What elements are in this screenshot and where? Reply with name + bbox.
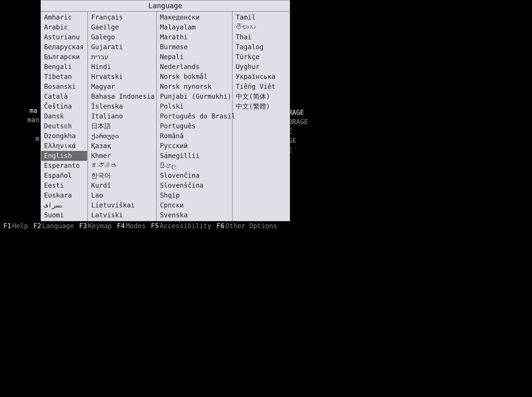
language-option[interactable]: עברית (88, 52, 156, 62)
function-key-label: Accessibility (160, 222, 211, 230)
language-option[interactable]: Türkçe (233, 52, 289, 62)
language-option[interactable]: Português do Brasil (157, 111, 232, 121)
language-option[interactable]: Burmese (157, 42, 232, 52)
language-columns: AmharicArabicAsturianuБеларускаяБългарск… (41, 12, 290, 221)
language-option[interactable]: Українська (233, 72, 289, 82)
language-option[interactable]: Tamil (233, 12, 289, 22)
language-option[interactable]: Kurdî (88, 181, 156, 191)
language-option[interactable]: Français (88, 12, 156, 22)
language-option[interactable]: Arabic (41, 22, 87, 32)
language-option[interactable]: Thai (233, 32, 289, 42)
language-option[interactable]: Tagalog (233, 42, 289, 52)
function-key[interactable]: F1 (3, 222, 11, 230)
language-option[interactable]: Македонски (157, 12, 232, 22)
language-option[interactable]: Slovenčina (157, 171, 232, 181)
language-option[interactable]: Íslenska (88, 101, 156, 111)
language-option[interactable]: Hrvatski (88, 72, 156, 82)
language-option[interactable]: Lietuviškai (88, 200, 156, 210)
language-option[interactable]: සිංහල (157, 161, 232, 171)
language-option[interactable]: Tibetan (41, 72, 87, 82)
function-key[interactable]: F6 (217, 222, 225, 230)
language-column-1: AmharicArabicAsturianuБеларускаяБългарск… (41, 12, 88, 221)
background-text-left-2: man (27, 115, 39, 125)
background-text-left-1: ma (30, 106, 37, 115)
language-option[interactable]: Asturianu (41, 32, 87, 42)
language-option[interactable]: Uyghur (233, 62, 289, 72)
language-option[interactable]: Malayalam (157, 22, 232, 32)
language-option[interactable]: Slovenščina (157, 181, 232, 191)
function-key-label: Modes (126, 222, 146, 230)
function-key[interactable]: F5 (151, 222, 159, 230)
function-key-bar: F1HelpF2LanguageF3KeymapF4ModesF5Accessi… (3, 222, 308, 230)
language-option[interactable]: Bosanski (41, 82, 87, 92)
language-option[interactable]: Lao (88, 191, 156, 200)
language-option[interactable]: Italiano (88, 111, 156, 121)
language-option[interactable]: Polski (157, 101, 232, 111)
language-option[interactable]: Bengali (41, 62, 87, 72)
language-option[interactable]: Српски (157, 200, 232, 210)
function-key-label: Other Options (225, 222, 277, 230)
language-option[interactable]: Norsk nynorsk (157, 82, 232, 92)
language-option[interactable]: Español (41, 171, 87, 181)
language-option[interactable]: Hindi (88, 62, 156, 72)
language-option[interactable]: 中文(繁體) (233, 101, 289, 111)
language-option[interactable]: 中文(简体) (233, 92, 289, 101)
language-option[interactable]: Latviski (88, 210, 156, 220)
function-key-label: Language (42, 222, 74, 230)
language-column-2: FrançaisGaeilgeGalegoGujaratiעבריתHindiH… (88, 12, 157, 221)
language-option[interactable]: Suomi (41, 210, 87, 220)
language-option[interactable]: Български (41, 52, 87, 62)
function-key[interactable]: F3 (79, 222, 87, 230)
language-option[interactable]: Tiếng Việt (233, 82, 289, 92)
language-option[interactable]: Dansk (41, 111, 87, 121)
language-option[interactable]: Català (41, 92, 87, 101)
function-key-label: Keymap (88, 222, 112, 230)
language-option[interactable]: Marathi (157, 32, 232, 42)
language-option[interactable]: Nederlands (157, 62, 232, 72)
language-option[interactable]: Khmer (88, 151, 156, 161)
function-key[interactable]: F4 (117, 222, 125, 230)
language-option[interactable]: Bahasa Indonesia (88, 92, 156, 101)
language-option[interactable]: English (41, 151, 87, 161)
function-key[interactable]: F2 (33, 222, 41, 230)
language-option[interactable]: 日本語 (88, 121, 156, 131)
language-option[interactable]: Magyar (88, 82, 156, 92)
language-option[interactable]: Eesti (41, 181, 87, 191)
language-option[interactable]: Esperanto (41, 161, 87, 171)
language-option[interactable]: Nepali (157, 52, 232, 62)
language-option[interactable]: Čeština (41, 101, 87, 111)
language-option[interactable]: 한국어 (88, 171, 156, 181)
language-selection-window: Language AmharicArabicAsturianuБеларуска… (41, 0, 290, 221)
language-option[interactable]: Sámegillii (157, 151, 232, 161)
language-option[interactable]: Dzongkha (41, 131, 87, 141)
language-option[interactable]: Svenska (157, 210, 232, 220)
language-option[interactable]: Gujarati (88, 42, 156, 52)
language-option[interactable]: Euskara (41, 191, 87, 200)
language-option[interactable]: Ελληνικά (41, 141, 87, 151)
language-option[interactable]: Amharic (41, 12, 87, 22)
language-option[interactable]: Punjabi (Gurmukhi) (157, 92, 232, 101)
language-option[interactable]: తెలుగు (233, 22, 289, 32)
language-option[interactable]: Română (157, 131, 232, 141)
window-title: Language (41, 0, 290, 12)
language-option[interactable]: Português (157, 121, 232, 131)
background-text-left-3: m (35, 134, 39, 144)
language-option[interactable]: Deutsch (41, 121, 87, 131)
language-column-4: TamilతెలుగుThaiTagalogTürkçeUyghurУкраїн… (232, 12, 290, 221)
language-option[interactable]: ქართული (88, 131, 156, 141)
function-key-label: Help (12, 222, 28, 230)
language-column-3: МакедонскиMalayalamMarathiBurmeseNepaliN… (157, 12, 232, 221)
language-option[interactable]: ىسراف (41, 200, 87, 210)
language-option[interactable]: Русский (157, 141, 232, 151)
language-option[interactable]: Gaeilge (88, 22, 156, 32)
language-option[interactable]: Shqip (157, 191, 232, 200)
language-option[interactable]: Беларуская (41, 42, 87, 52)
language-option[interactable]: ಕನ್ನಡ (88, 161, 156, 171)
language-option[interactable]: Қазақ (88, 141, 156, 151)
language-option[interactable]: Norsk bokmål (157, 72, 232, 82)
language-option[interactable]: Galego (88, 32, 156, 42)
